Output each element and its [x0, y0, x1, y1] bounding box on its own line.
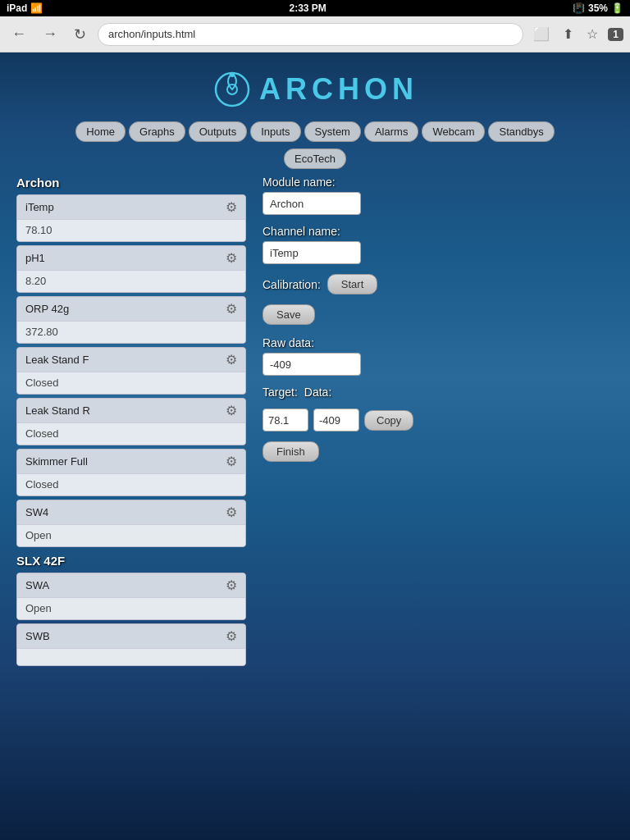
reload-button[interactable]: ↻	[69, 24, 91, 45]
sensor-card-leakr: Leak Stand R ⚙ Closed	[16, 398, 246, 445]
sensor-header-itemp: iTemp ⚙	[17, 195, 245, 220]
channel-name-input[interactable]	[262, 241, 361, 264]
calibration-row: Calibration: Start	[262, 274, 614, 294]
tab-count[interactable]: 1	[608, 28, 623, 41]
sensor-card-swa: SWA ⚙ Open	[16, 573, 246, 620]
copy-button[interactable]: Copy	[364, 410, 413, 431]
sensor-value-sw4: Open	[17, 525, 245, 546]
sensor-name-ph1: pH1	[25, 252, 45, 264]
status-bar: iPad 📶 2:33 PM 📳 35% 🔋	[0, 0, 630, 16]
content-area: Archon iTemp ⚙ 78.10 pH1 ⚙ 8.20	[16, 176, 614, 669]
channel-name-label: Channel name:	[262, 225, 614, 238]
raw-data-input[interactable]	[262, 353, 361, 376]
sensor-value-leakf: Closed	[17, 372, 245, 394]
sensor-header-orp: ORP 42g ⚙	[17, 297, 245, 322]
gear-icon-leakr[interactable]: ⚙	[226, 403, 237, 418]
sensor-name-itemp: iTemp	[25, 201, 54, 213]
browser-actions: ⬜ ⬆ ☆ 1	[530, 25, 623, 43]
sensor-card-sw4: SW4 ⚙ Open	[16, 500, 246, 547]
upload-icon[interactable]: ⬆	[559, 25, 577, 43]
sensor-name-leakf: Leak Stand F	[25, 354, 89, 366]
gear-icon-sw4[interactable]: ⚙	[226, 504, 237, 520]
nav-inputs[interactable]: Inputs	[250, 121, 300, 142]
sensor-value-swb	[17, 649, 245, 665]
save-button[interactable]: Save	[262, 304, 315, 325]
sensor-value-leakr: Closed	[17, 423, 245, 445]
nav-alarms[interactable]: Alarms	[364, 121, 418, 142]
sensor-value-orp: 372.80	[17, 322, 245, 343]
status-right: 📳 35% 🔋	[573, 2, 623, 14]
data-label: Data:	[304, 386, 331, 399]
archon-section-title: Archon	[16, 176, 246, 189]
sensor-card-orp: ORP 42g ⚙ 372.80	[16, 296, 246, 344]
target-label: Target:	[262, 386, 298, 399]
finish-button[interactable]: Finish	[262, 441, 319, 462]
sensor-value-swa: Open	[17, 598, 245, 619]
target-row: Target: Data:	[262, 386, 614, 399]
time-display: 2:33 PM	[289, 2, 326, 14]
sensor-header-swa: SWA ⚙	[17, 573, 245, 598]
bookmark-icon[interactable]: ☆	[583, 25, 601, 43]
target-input[interactable]	[262, 409, 308, 431]
calibration-start-button[interactable]: Start	[327, 274, 377, 294]
gear-icon-skimmer[interactable]: ⚙	[226, 454, 237, 469]
nav-bar-2: EcoTech	[16, 147, 614, 176]
logo-icon	[212, 69, 253, 110]
sensor-card-ph1: pH1 ⚙ 8.20	[16, 245, 246, 293]
share-icon[interactable]: ⬜	[530, 25, 553, 43]
data-input[interactable]	[313, 409, 359, 431]
logo-area: ARCHON	[16, 61, 614, 116]
nav-home[interactable]: Home	[75, 121, 126, 142]
slx-section-title: SLX 42F	[16, 554, 246, 568]
battery-label: 35%	[588, 2, 608, 14]
sensor-value-skimmer: Closed	[17, 474, 245, 495]
sensor-header-ph1: pH1 ⚙	[17, 246, 245, 271]
nav-graphs[interactable]: Graphs	[129, 121, 185, 142]
calibration-label: Calibration:	[262, 278, 321, 291]
module-name-input[interactable]	[262, 192, 361, 215]
sensor-header-sw4: SW4 ⚙	[17, 500, 245, 525]
sensor-card-leakf: Leak Stand F ⚙ Closed	[16, 347, 246, 395]
url-bar[interactable]	[98, 23, 523, 46]
sensor-header-leakf: Leak Stand F ⚙	[17, 348, 245, 372]
sensor-value-itemp: 78.10	[17, 220, 245, 241]
bluetooth-icon: 📳	[573, 2, 585, 14]
gear-icon-itemp[interactable]: ⚙	[226, 199, 237, 215]
nav-webcam[interactable]: Webcam	[422, 121, 485, 142]
main-content: ARCHON Home Graphs Outputs Inputs System…	[0, 52, 630, 678]
sensor-header-skimmer: Skimmer Full ⚙	[17, 450, 245, 474]
forward-button[interactable]: →	[38, 24, 62, 44]
sensor-card-itemp: iTemp ⚙ 78.10	[16, 194, 246, 242]
sensor-name-sw4: SW4	[25, 506, 48, 518]
sensor-value-ph1: 8.20	[17, 271, 245, 292]
raw-data-label: Raw data:	[262, 336, 614, 349]
right-panel: Module name: Channel name: Calibration: …	[262, 176, 614, 462]
nav-ecotech[interactable]: EcoTech	[284, 148, 346, 169]
nav-system[interactable]: System	[304, 121, 361, 142]
wifi-icon: 📶	[30, 2, 43, 14]
gear-icon-swa[interactable]: ⚙	[226, 578, 237, 593]
sensor-card-swb: SWB ⚙	[16, 623, 246, 666]
sensor-header-swb: SWB ⚙	[17, 624, 245, 649]
nav-outputs[interactable]: Outputs	[189, 121, 248, 142]
status-left: iPad 📶	[7, 2, 43, 14]
target-data-row: Copy	[262, 409, 614, 431]
battery-icon: 🔋	[611, 2, 623, 14]
sensor-card-skimmer: Skimmer Full ⚙ Closed	[16, 449, 246, 496]
gear-icon-leakf[interactable]: ⚙	[226, 352, 237, 368]
logo-text: ARCHON	[259, 72, 418, 107]
gear-icon-swb[interactable]: ⚙	[226, 628, 237, 644]
back-button[interactable]: ←	[7, 24, 31, 44]
nav-bar: Home Graphs Outputs Inputs System Alarms…	[16, 116, 614, 147]
sensor-name-swb: SWB	[25, 630, 50, 642]
sensor-name-skimmer: Skimmer Full	[25, 455, 88, 468]
carrier-label: iPad	[7, 2, 27, 14]
left-panel: Archon iTemp ⚙ 78.10 pH1 ⚙ 8.20	[16, 176, 246, 669]
browser-bar: ← → ↻ ⬜ ⬆ ☆ 1	[0, 16, 630, 52]
svg-point-2	[230, 72, 235, 77]
sensor-name-leakr: Leak Stand R	[25, 404, 90, 417]
sensor-name-swa: SWA	[25, 579, 49, 591]
gear-icon-ph1[interactable]: ⚙	[226, 250, 237, 266]
gear-icon-orp[interactable]: ⚙	[226, 301, 237, 317]
nav-standbys[interactable]: Standbys	[488, 121, 554, 142]
